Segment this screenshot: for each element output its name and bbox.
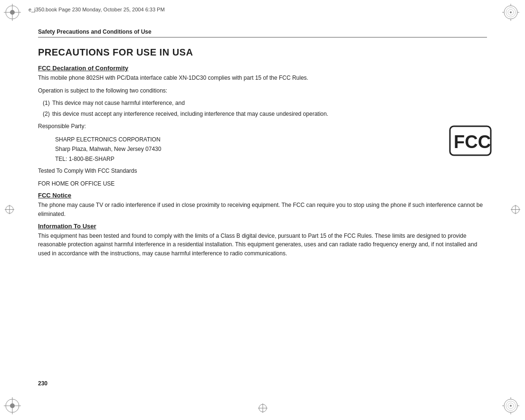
list-text-2: this device must accept any interference… bbox=[52, 111, 328, 117]
section-header: Safety Precautions and Conditions of Use bbox=[38, 28, 487, 37]
list-item-2: (2) this device must accept any interfer… bbox=[38, 110, 487, 119]
list-num-2: (2) bbox=[43, 110, 50, 119]
fcc-tested-line: Tested To Comply With FCC Standards bbox=[38, 167, 487, 176]
corner-decoration-tl bbox=[4, 4, 23, 23]
bottom-mid-mark bbox=[258, 403, 267, 414]
top-bar: e_j350.book Page 230 Monday, October 25,… bbox=[29, 7, 496, 12]
svg-point-7 bbox=[510, 11, 512, 13]
svg-text:FCC: FCC bbox=[454, 132, 491, 152]
address-line-1: SHARP ELECTRONICS CORPORATION bbox=[55, 135, 487, 144]
page-number: 230 bbox=[38, 380, 48, 387]
page-content: Safety Precautions and Conditions of Use… bbox=[38, 28, 487, 392]
fcc-section: SHARP ELECTRONICS CORPORATION Sharp Plaz… bbox=[38, 135, 487, 188]
list-text-1: This device may not cause harmful interf… bbox=[52, 100, 185, 106]
address-line-2: Sharp Plaza, Mahwah, New Jersey 07430 bbox=[55, 144, 487, 154]
right-mid-mark bbox=[511, 205, 520, 215]
fcc-logo: FCC bbox=[449, 125, 487, 154]
main-title: PRECAUTIONS FOR USE IN USA bbox=[38, 47, 487, 58]
information-to-user-section: Information To User This equipment has b… bbox=[38, 223, 487, 258]
svg-point-15 bbox=[10, 403, 15, 408]
address-block: SHARP ELECTRONICS CORPORATION Sharp Plaz… bbox=[38, 135, 487, 164]
corner-decoration-tr bbox=[502, 4, 521, 23]
list-item-1: (1) This device may not cause harmful in… bbox=[38, 99, 487, 108]
top-bar-text: e_j350.book Page 230 Monday, October 25,… bbox=[29, 7, 165, 12]
fcc-declaration-para1: This mobile phone 802SH with PC/Data int… bbox=[38, 74, 487, 83]
fcc-declaration-heading: FCC Declaration of Conformity bbox=[38, 65, 487, 72]
svg-point-3 bbox=[10, 10, 15, 15]
svg-point-19 bbox=[510, 405, 512, 407]
address-line-3: TEL: 1-800-BE-SHARP bbox=[55, 154, 487, 164]
information-to-user-heading: Information To User bbox=[38, 223, 487, 230]
list-num-1: (1) bbox=[43, 99, 50, 108]
left-mid-mark bbox=[5, 205, 14, 215]
fcc-home-office-line: FOR HOME OR OFFICE USE bbox=[38, 179, 487, 188]
information-to-user-para: This equipment has been tested and found… bbox=[38, 232, 487, 258]
fcc-declaration-para2: Operation is subject to the following tw… bbox=[38, 86, 487, 95]
fcc-notice-heading: FCC Notice bbox=[38, 192, 487, 199]
fcc-notice-para: The phone may cause TV or radio interfer… bbox=[38, 201, 487, 218]
fcc-notice-section: FCC Notice The phone may cause TV or rad… bbox=[38, 192, 487, 218]
responsible-party-label: Responsible Party: bbox=[38, 122, 487, 131]
corner-decoration-br bbox=[502, 397, 521, 416]
fcc-declaration-section: FCC Declaration of Conformity This mobil… bbox=[38, 65, 487, 188]
corner-decoration-bl bbox=[4, 397, 23, 416]
